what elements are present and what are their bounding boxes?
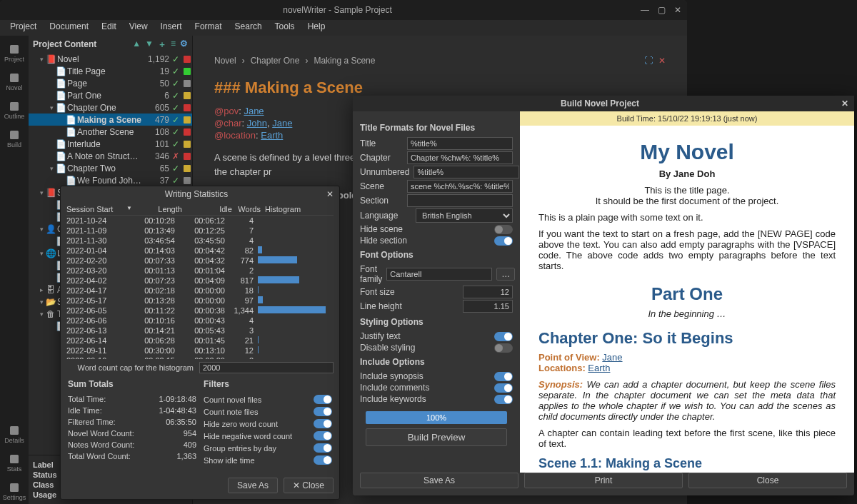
stats-row[interactable]: 2022-09-1100:30:0000:13:1012 — [66, 346, 334, 356]
loc-link[interactable]: Earth — [261, 130, 283, 141]
filter-toggle[interactable] — [314, 419, 332, 428]
stats-row[interactable]: 2022-04-1700:02:1800:00:0018 — [66, 286, 334, 296]
close-button[interactable]: ✕ Close — [284, 478, 334, 493]
tree-row[interactable]: 📄Page50✓ — [29, 77, 192, 89]
format-section-input[interactable] — [407, 194, 513, 207]
format-scene-input[interactable] — [407, 180, 513, 193]
menu-project[interactable]: Project — [4, 20, 42, 36]
stats-row[interactable]: 2021-11-0900:13:4900:12:257 — [66, 226, 334, 236]
rail-project[interactable]: Project — [4, 40, 24, 66]
stats-row[interactable]: 2022-01-0400:14:0300:04:4282 — [66, 246, 334, 256]
format-unnumbered-input[interactable] — [414, 166, 519, 178]
filters-title: Filters — [204, 379, 332, 389]
format-chapter-input[interactable] — [407, 151, 513, 164]
svg-rect-0 — [10, 45, 19, 54]
close-doc-icon[interactable]: ✕ — [658, 56, 666, 66]
tree-row[interactable]: ▾📄Chapter Two65✓ — [29, 162, 192, 174]
filter-toggle[interactable] — [314, 395, 332, 404]
language-select[interactable]: British English — [416, 208, 513, 223]
tree-row[interactable]: 📄Part One6✓ — [29, 89, 192, 101]
close-button[interactable]: Close — [688, 473, 847, 488]
format-title-input[interactable] — [407, 137, 513, 150]
stats-row[interactable]: 2022-06-0500:11:2200:00:381,344 — [66, 306, 334, 316]
char-link[interactable]: John — [247, 118, 267, 128]
tree-row[interactable]: ▾📕Novel1,192✓ — [29, 53, 192, 65]
tree-row[interactable]: 📄A Note on Struct…346✗ — [29, 150, 192, 162]
line-height-input[interactable] — [463, 300, 513, 313]
histogram-cap-input[interactable] — [199, 362, 334, 373]
menu-document[interactable]: Document — [44, 20, 94, 36]
rail-settings[interactable]: Settings — [3, 478, 26, 504]
close-icon[interactable]: ✕ — [326, 189, 334, 199]
expand-icon[interactable]: ⛶ — [644, 56, 653, 66]
include-toggle[interactable] — [494, 372, 513, 381]
include-toggle[interactable] — [494, 383, 513, 393]
print-button[interactable]: Print — [524, 473, 683, 488]
preview-loc-link[interactable]: Earth — [588, 363, 610, 373]
maximize-icon[interactable]: ▢ — [658, 5, 666, 15]
justify-toggle[interactable] — [494, 332, 513, 341]
save-as-button[interactable]: Save As — [360, 473, 518, 488]
font-browse-button[interactable]: … — [496, 268, 515, 281]
stats-table[interactable]: Session Start ▼ Length Idle Words Histog… — [61, 202, 339, 359]
svg-rect-4 — [10, 426, 19, 435]
save-as-button[interactable]: Save As — [228, 478, 278, 493]
menu-format[interactable]: Format — [189, 20, 228, 36]
menu-tools[interactable]: Tools — [269, 20, 301, 36]
menu-help[interactable]: Help — [302, 20, 331, 36]
menu-edit[interactable]: Edit — [96, 20, 122, 36]
build-preview-button[interactable]: Build Preview — [366, 428, 507, 446]
filter-row: Show idle time — [204, 454, 332, 466]
rail-novel[interactable]: Novel — [6, 69, 22, 94]
close-icon[interactable]: ✕ — [674, 5, 681, 15]
disable-styling-toggle[interactable] — [494, 343, 513, 353]
writing-stats-dialog: Writing Statistics ✕ Session Start ▼ Len… — [60, 186, 340, 500]
hide-scene-toggle[interactable] — [494, 225, 513, 234]
pov-link[interactable]: Jane — [244, 106, 264, 116]
stats-dialog-title: Writing Statistics — [66, 189, 326, 199]
rail-outline[interactable]: Outline — [4, 97, 25, 123]
preview-pov-link[interactable]: Jane — [602, 352, 622, 363]
more-icon[interactable]: ≡ — [171, 39, 176, 51]
tree-row[interactable]: 📄Making a Scene479✓ — [29, 114, 192, 126]
tree-row[interactable]: ▾📄Chapter One605✓ — [29, 101, 192, 114]
filter-toggle[interactable] — [314, 455, 332, 465]
menu-insert[interactable]: Insert — [155, 20, 188, 36]
breadcrumb: Novel › Chapter One › Making a Scene ⛶ ✕ — [214, 50, 666, 71]
menu-view[interactable]: View — [124, 20, 154, 36]
cap-label: Word count cap for the histogram — [66, 363, 194, 372]
close-icon[interactable]: ✕ — [841, 99, 848, 109]
stats-row[interactable]: 2022-03-2000:01:1300:01:042 — [66, 266, 334, 276]
stats-row[interactable]: 2021-10-2400:10:2800:06:124 — [66, 216, 334, 226]
filter-toggle[interactable] — [314, 431, 332, 440]
rail-build[interactable]: Build — [7, 126, 21, 151]
stats-row[interactable]: 2022-02-2000:07:3300:04:32774 — [66, 256, 334, 266]
build-novel-dialog: Build Novel Project ✕ Title Formats for … — [353, 96, 854, 495]
add-icon[interactable]: ＋ — [158, 39, 166, 51]
minimize-icon[interactable]: — — [641, 5, 649, 15]
tree-row[interactable]: 📄Interlude101✓ — [29, 138, 192, 150]
tree-row[interactable]: 📄We Found John…37✓ — [29, 174, 192, 186]
font-family-input[interactable] — [386, 268, 492, 281]
char-link[interactable]: Jane — [272, 118, 292, 128]
include-toggle[interactable] — [494, 395, 513, 404]
stats-row[interactable]: 2021-11-3003:46:5403:45:504 — [66, 236, 334, 246]
menu-search[interactable]: Search — [229, 20, 268, 36]
tree-row[interactable]: 📄Another Scene108✓ — [29, 126, 192, 138]
stats-row[interactable]: 2022-06-1400:06:2800:01:4521 — [66, 336, 334, 346]
filter-toggle[interactable] — [314, 443, 332, 453]
stats-row[interactable]: 2022-06-0600:10:1600:00:434 — [66, 316, 334, 326]
hide-section-toggle[interactable] — [494, 236, 513, 246]
rail-details[interactable]: Details — [4, 421, 24, 447]
move-down-icon[interactable]: ▼ — [145, 39, 154, 51]
stats-row[interactable]: 2022-04-0200:07:2300:04:09817 — [66, 276, 334, 286]
options-icon[interactable]: ⚙ — [180, 39, 188, 51]
move-up-icon[interactable]: ▲ — [132, 39, 141, 51]
rail-stats[interactable]: Stats — [7, 450, 22, 475]
font-size-input[interactable] — [463, 286, 513, 298]
stats-row[interactable]: 2022-06-1300:14:2100:05:433 — [66, 326, 334, 336]
stats-row[interactable]: 2022-05-1700:13:2800:00:0097 — [66, 296, 334, 306]
tree-row[interactable]: 📄Title Page19✓ — [29, 65, 192, 77]
filter-toggle[interactable] — [314, 407, 332, 416]
build-preview-pane[interactable]: My Novel By Jane Doh This is the title p… — [520, 126, 854, 473]
